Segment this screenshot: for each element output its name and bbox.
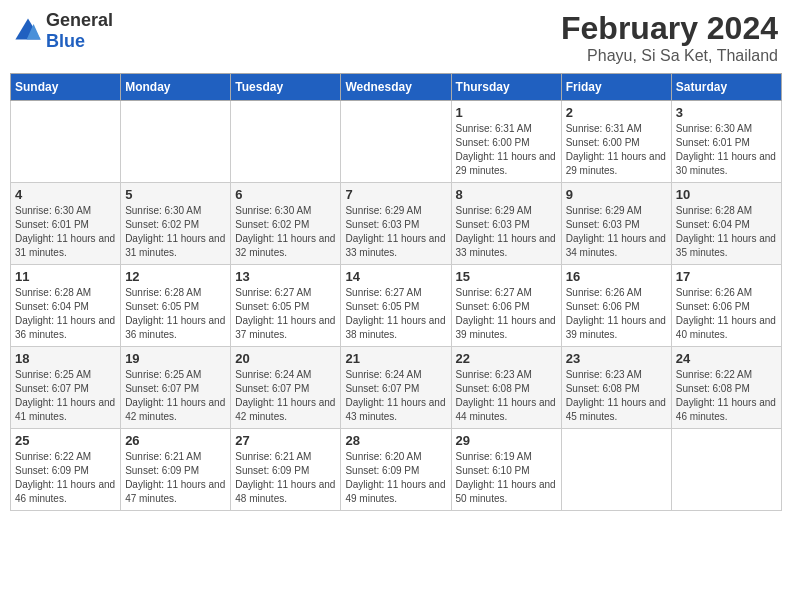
logo-general: General: [46, 10, 113, 30]
calendar-cell: [341, 101, 451, 183]
calendar-cell: [561, 429, 671, 511]
logo-blue: Blue: [46, 31, 85, 51]
day-number: 17: [676, 269, 777, 284]
day-number: 19: [125, 351, 226, 366]
weekday-header: Tuesday: [231, 74, 341, 101]
calendar-cell: 15Sunrise: 6:27 AM Sunset: 6:06 PM Dayli…: [451, 265, 561, 347]
day-number: 7: [345, 187, 446, 202]
day-number: 12: [125, 269, 226, 284]
calendar-cell: 23Sunrise: 6:23 AM Sunset: 6:08 PM Dayli…: [561, 347, 671, 429]
day-number: 8: [456, 187, 557, 202]
calendar-cell: [11, 101, 121, 183]
calendar-cell: 5Sunrise: 6:30 AM Sunset: 6:02 PM Daylig…: [121, 183, 231, 265]
calendar-cell: 20Sunrise: 6:24 AM Sunset: 6:07 PM Dayli…: [231, 347, 341, 429]
day-number: 18: [15, 351, 116, 366]
day-number: 1: [456, 105, 557, 120]
day-detail: Sunrise: 6:26 AM Sunset: 6:06 PM Dayligh…: [676, 286, 777, 342]
day-detail: Sunrise: 6:25 AM Sunset: 6:07 PM Dayligh…: [125, 368, 226, 424]
day-number: 29: [456, 433, 557, 448]
day-detail: Sunrise: 6:24 AM Sunset: 6:07 PM Dayligh…: [345, 368, 446, 424]
calendar-cell: 2Sunrise: 6:31 AM Sunset: 6:00 PM Daylig…: [561, 101, 671, 183]
calendar-week-row: 1Sunrise: 6:31 AM Sunset: 6:00 PM Daylig…: [11, 101, 782, 183]
day-detail: Sunrise: 6:21 AM Sunset: 6:09 PM Dayligh…: [125, 450, 226, 506]
weekday-header: Saturday: [671, 74, 781, 101]
day-number: 14: [345, 269, 446, 284]
month-year-title: February 2024: [561, 10, 778, 47]
calendar-cell: 29Sunrise: 6:19 AM Sunset: 6:10 PM Dayli…: [451, 429, 561, 511]
weekday-header: Thursday: [451, 74, 561, 101]
calendar-cell: 19Sunrise: 6:25 AM Sunset: 6:07 PM Dayli…: [121, 347, 231, 429]
day-detail: Sunrise: 6:23 AM Sunset: 6:08 PM Dayligh…: [566, 368, 667, 424]
day-number: 10: [676, 187, 777, 202]
weekday-header: Sunday: [11, 74, 121, 101]
calendar-cell: 8Sunrise: 6:29 AM Sunset: 6:03 PM Daylig…: [451, 183, 561, 265]
title-section: February 2024 Phayu, Si Sa Ket, Thailand: [561, 10, 778, 65]
day-detail: Sunrise: 6:29 AM Sunset: 6:03 PM Dayligh…: [345, 204, 446, 260]
day-number: 25: [15, 433, 116, 448]
day-detail: Sunrise: 6:26 AM Sunset: 6:06 PM Dayligh…: [566, 286, 667, 342]
day-number: 6: [235, 187, 336, 202]
day-number: 15: [456, 269, 557, 284]
day-number: 5: [125, 187, 226, 202]
calendar-cell: 24Sunrise: 6:22 AM Sunset: 6:08 PM Dayli…: [671, 347, 781, 429]
logo-text: General Blue: [46, 10, 113, 52]
calendar-cell: 9Sunrise: 6:29 AM Sunset: 6:03 PM Daylig…: [561, 183, 671, 265]
calendar-cell: [231, 101, 341, 183]
calendar-cell: 11Sunrise: 6:28 AM Sunset: 6:04 PM Dayli…: [11, 265, 121, 347]
calendar-week-row: 4Sunrise: 6:30 AM Sunset: 6:01 PM Daylig…: [11, 183, 782, 265]
calendar-cell: 13Sunrise: 6:27 AM Sunset: 6:05 PM Dayli…: [231, 265, 341, 347]
calendar-cell: 3Sunrise: 6:30 AM Sunset: 6:01 PM Daylig…: [671, 101, 781, 183]
day-number: 13: [235, 269, 336, 284]
day-detail: Sunrise: 6:28 AM Sunset: 6:04 PM Dayligh…: [676, 204, 777, 260]
calendar-cell: 7Sunrise: 6:29 AM Sunset: 6:03 PM Daylig…: [341, 183, 451, 265]
day-number: 23: [566, 351, 667, 366]
day-detail: Sunrise: 6:25 AM Sunset: 6:07 PM Dayligh…: [15, 368, 116, 424]
weekday-header: Wednesday: [341, 74, 451, 101]
day-number: 24: [676, 351, 777, 366]
day-number: 9: [566, 187, 667, 202]
calendar-cell: 16Sunrise: 6:26 AM Sunset: 6:06 PM Dayli…: [561, 265, 671, 347]
calendar-cell: 14Sunrise: 6:27 AM Sunset: 6:05 PM Dayli…: [341, 265, 451, 347]
calendar-cell: 28Sunrise: 6:20 AM Sunset: 6:09 PM Dayli…: [341, 429, 451, 511]
day-detail: Sunrise: 6:28 AM Sunset: 6:05 PM Dayligh…: [125, 286, 226, 342]
weekday-header: Friday: [561, 74, 671, 101]
day-detail: Sunrise: 6:31 AM Sunset: 6:00 PM Dayligh…: [566, 122, 667, 178]
calendar-table: SundayMondayTuesdayWednesdayThursdayFrid…: [10, 73, 782, 511]
day-number: 11: [15, 269, 116, 284]
day-detail: Sunrise: 6:30 AM Sunset: 6:01 PM Dayligh…: [15, 204, 116, 260]
calendar-week-row: 18Sunrise: 6:25 AM Sunset: 6:07 PM Dayli…: [11, 347, 782, 429]
day-detail: Sunrise: 6:28 AM Sunset: 6:04 PM Dayligh…: [15, 286, 116, 342]
day-detail: Sunrise: 6:29 AM Sunset: 6:03 PM Dayligh…: [456, 204, 557, 260]
day-detail: Sunrise: 6:22 AM Sunset: 6:09 PM Dayligh…: [15, 450, 116, 506]
calendar-cell: 10Sunrise: 6:28 AM Sunset: 6:04 PM Dayli…: [671, 183, 781, 265]
calendar-cell: 1Sunrise: 6:31 AM Sunset: 6:00 PM Daylig…: [451, 101, 561, 183]
logo: General Blue: [14, 10, 113, 52]
day-detail: Sunrise: 6:30 AM Sunset: 6:01 PM Dayligh…: [676, 122, 777, 178]
day-detail: Sunrise: 6:27 AM Sunset: 6:05 PM Dayligh…: [235, 286, 336, 342]
calendar-week-row: 11Sunrise: 6:28 AM Sunset: 6:04 PM Dayli…: [11, 265, 782, 347]
day-number: 26: [125, 433, 226, 448]
logo-icon: [14, 17, 42, 45]
calendar-cell: 18Sunrise: 6:25 AM Sunset: 6:07 PM Dayli…: [11, 347, 121, 429]
weekday-header: Monday: [121, 74, 231, 101]
calendar-cell: 17Sunrise: 6:26 AM Sunset: 6:06 PM Dayli…: [671, 265, 781, 347]
calendar-week-row: 25Sunrise: 6:22 AM Sunset: 6:09 PM Dayli…: [11, 429, 782, 511]
calendar-cell: 6Sunrise: 6:30 AM Sunset: 6:02 PM Daylig…: [231, 183, 341, 265]
day-detail: Sunrise: 6:20 AM Sunset: 6:09 PM Dayligh…: [345, 450, 446, 506]
header: General Blue February 2024 Phayu, Si Sa …: [10, 10, 782, 65]
calendar-cell: 27Sunrise: 6:21 AM Sunset: 6:09 PM Dayli…: [231, 429, 341, 511]
calendar-cell: [121, 101, 231, 183]
calendar-cell: 22Sunrise: 6:23 AM Sunset: 6:08 PM Dayli…: [451, 347, 561, 429]
day-detail: Sunrise: 6:29 AM Sunset: 6:03 PM Dayligh…: [566, 204, 667, 260]
calendar-cell: 4Sunrise: 6:30 AM Sunset: 6:01 PM Daylig…: [11, 183, 121, 265]
day-number: 20: [235, 351, 336, 366]
day-number: 21: [345, 351, 446, 366]
day-detail: Sunrise: 6:31 AM Sunset: 6:00 PM Dayligh…: [456, 122, 557, 178]
day-number: 22: [456, 351, 557, 366]
calendar-cell: 25Sunrise: 6:22 AM Sunset: 6:09 PM Dayli…: [11, 429, 121, 511]
day-detail: Sunrise: 6:27 AM Sunset: 6:06 PM Dayligh…: [456, 286, 557, 342]
day-number: 16: [566, 269, 667, 284]
day-detail: Sunrise: 6:21 AM Sunset: 6:09 PM Dayligh…: [235, 450, 336, 506]
calendar-cell: 21Sunrise: 6:24 AM Sunset: 6:07 PM Dayli…: [341, 347, 451, 429]
day-detail: Sunrise: 6:22 AM Sunset: 6:08 PM Dayligh…: [676, 368, 777, 424]
